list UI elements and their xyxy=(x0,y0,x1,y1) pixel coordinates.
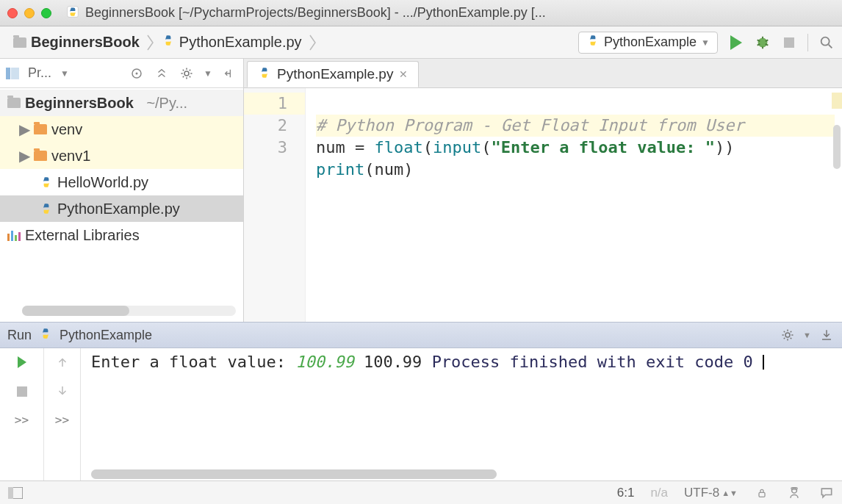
editor-body[interactable]: 1 2 3 # Python Program - Get Float Input… xyxy=(244,88,842,322)
svg-point-1 xyxy=(758,37,768,47)
python-icon xyxy=(39,327,52,344)
stop-button[interactable] xyxy=(781,35,797,51)
folder-icon xyxy=(7,98,21,108)
run-tool-window: >> >> Enter a float value: 100.99 100.99… xyxy=(0,348,842,480)
run-button[interactable] xyxy=(728,35,744,51)
run-config-label: PythonExample xyxy=(604,35,697,50)
window-controls xyxy=(7,8,51,18)
console-output-line: 100.99 xyxy=(364,353,422,371)
expand-icon[interactable]: ▶ xyxy=(19,147,29,165)
svg-point-6 xyxy=(136,72,138,74)
folder-icon xyxy=(34,151,47,161)
run-config-name: PythonExample xyxy=(60,328,152,343)
tree-external-libraries[interactable]: External Libraries xyxy=(0,222,243,248)
minimize-window-button[interactable] xyxy=(24,8,35,18)
code-text: (num) xyxy=(364,160,413,179)
project-view-icon[interactable] xyxy=(6,68,19,79)
locate-icon[interactable] xyxy=(129,65,145,82)
console-output[interactable]: Enter a float value: 100.99 100.99 Proce… xyxy=(81,348,842,480)
chevron-down-icon: ▼ xyxy=(803,331,811,339)
feedback-icon[interactable] xyxy=(818,485,835,501)
caret-position[interactable]: 6:1 xyxy=(617,486,635,500)
expand-icon[interactable]: ▶ xyxy=(19,120,29,138)
python-file-icon xyxy=(162,34,175,51)
python-icon xyxy=(586,34,600,51)
tree-item-helloworld[interactable]: HelloWorld.py xyxy=(0,169,243,195)
editor-scrollbar[interactable] xyxy=(833,125,841,169)
tree-item-label: HelloWorld.py xyxy=(57,174,148,191)
main-split: Pr... ▼ ▼ BeginnersBook ~/Py... xyxy=(0,59,842,322)
close-tab-icon[interactable]: ✕ xyxy=(399,68,408,80)
window-title: BeginnersBook [~/PycharmProjects/Beginne… xyxy=(85,5,546,21)
search-everywhere-button[interactable] xyxy=(818,35,835,51)
code-string: "Enter a float value: " xyxy=(491,138,715,156)
chevron-down-icon: ▼ xyxy=(204,68,212,79)
hide-icon[interactable] xyxy=(221,65,237,82)
code-text: num = xyxy=(316,138,374,156)
svg-rect-4 xyxy=(11,68,19,79)
zoom-window-button[interactable] xyxy=(41,8,51,18)
breadcrumb-separator xyxy=(145,32,156,53)
root-name: BeginnersBook xyxy=(25,95,134,112)
gear-icon[interactable] xyxy=(780,327,796,343)
run-configuration-selector[interactable]: PythonExample ▼ xyxy=(578,32,718,54)
console-prompt: Enter a float value: xyxy=(91,353,295,371)
code-builtin: input xyxy=(433,138,481,156)
root-path: ~/Py... xyxy=(146,95,187,112)
status-bar: 6:1 n/a UTF-8 ▲▼ xyxy=(0,480,842,504)
editor-tab-pythonexample[interactable]: PythonExample.py ✕ xyxy=(247,61,419,87)
encoding-selector[interactable]: UTF-8 ▲▼ xyxy=(684,486,738,500)
gear-icon[interactable] xyxy=(179,65,195,82)
console-caret xyxy=(763,355,764,370)
tree-item-label: venv1 xyxy=(51,148,90,165)
run-side-toolbar-2: >> xyxy=(44,348,81,480)
project-tree[interactable]: BeginnersBook ~/Py... ▶ venv ▶ venv1 Hel… xyxy=(0,88,243,301)
code-builtin: float xyxy=(374,138,422,156)
stop-button[interactable] xyxy=(14,384,30,400)
svg-rect-11 xyxy=(759,492,765,497)
project-panel-title[interactable]: Pr... xyxy=(28,65,51,81)
code-builtin: print xyxy=(316,160,364,179)
tree-item-label: venv xyxy=(51,121,82,138)
close-window-button[interactable] xyxy=(7,8,18,18)
svg-rect-10 xyxy=(8,487,13,499)
up-icon[interactable] xyxy=(56,356,69,371)
folder-icon xyxy=(13,37,26,48)
line-number: 2 xyxy=(244,115,287,137)
line-number: 1 xyxy=(244,93,305,115)
breadcrumb-file[interactable]: PythonExample.py xyxy=(156,31,308,54)
python-file-icon xyxy=(258,66,271,83)
download-icon[interactable] xyxy=(818,327,835,343)
python-file-icon xyxy=(40,176,53,189)
inspector-icon[interactable] xyxy=(786,485,802,501)
rerun-button[interactable] xyxy=(14,354,30,370)
more-icon[interactable]: >> xyxy=(15,413,29,427)
down-icon[interactable] xyxy=(56,384,69,400)
folder-icon xyxy=(34,124,47,134)
app-icon xyxy=(66,5,79,21)
tab-label: PythonExample.py xyxy=(277,66,393,82)
breadcrumb-bar: BeginnersBook PythonExample.py PythonExa… xyxy=(0,26,842,59)
code-text: ( xyxy=(481,138,491,156)
svg-point-2 xyxy=(821,37,830,45)
tool-windows-icon[interactable] xyxy=(7,485,24,501)
run-tool-header: Run PythonExample ▼ xyxy=(0,322,842,348)
tree-item-venv[interactable]: ▶ venv xyxy=(0,116,243,143)
code-area[interactable]: # Python Program - Get Float Input from … xyxy=(306,88,842,322)
tree-root[interactable]: BeginnersBook ~/Py... xyxy=(0,90,243,116)
editor-tabs: PythonExample.py ✕ xyxy=(244,59,842,88)
inspection-marker xyxy=(832,93,842,109)
svg-rect-3 xyxy=(6,68,10,79)
lock-icon[interactable] xyxy=(754,485,770,501)
tree-item-venv1[interactable]: ▶ venv1 xyxy=(0,143,243,169)
titlebar: BeginnersBook [~/PycharmProjects/Beginne… xyxy=(0,0,842,26)
more-icon[interactable]: >> xyxy=(55,413,69,427)
debug-button[interactable] xyxy=(755,35,771,51)
collapse-all-icon[interactable] xyxy=(154,65,170,82)
tree-item-pythonexample[interactable]: PythonExample.py xyxy=(0,195,243,222)
project-horizontal-scrollbar[interactable] xyxy=(22,306,236,316)
breadcrumb-project[interactable]: BeginnersBook xyxy=(7,31,145,54)
code-text: ( xyxy=(423,138,433,156)
console-scrollbar[interactable] xyxy=(91,469,497,479)
run-label: Run xyxy=(7,328,32,343)
